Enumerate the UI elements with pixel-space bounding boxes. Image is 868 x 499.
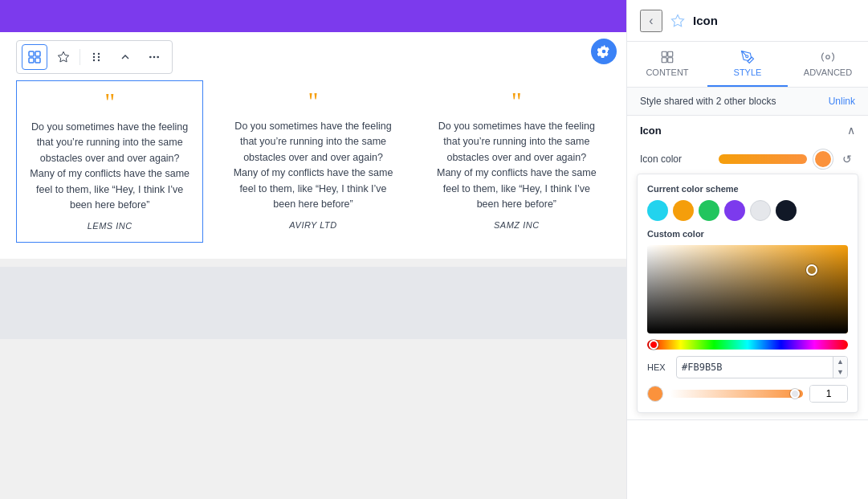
panel-title: Icon (693, 14, 718, 27)
hue-bar[interactable] (647, 340, 848, 350)
icon-color-controls: ↺ (719, 149, 855, 169)
grid-view-button[interactable] (22, 44, 47, 70)
svg-point-13 (157, 56, 159, 59)
hex-label: HEX (647, 362, 670, 372)
icon-section: Icon ∧ Icon color ↺ Current color scheme (627, 116, 868, 420)
svg-rect-18 (668, 58, 673, 63)
panel-header: ‹ Icon (627, 0, 868, 42)
testimonials-grid: " Do you sometimes have the feeling that… (16, 80, 610, 243)
color-picker-popup: Current color scheme Custom color (637, 174, 858, 413)
svg-point-9 (93, 59, 95, 61)
swatch-amber[interactable] (673, 200, 694, 221)
opacity-row (647, 385, 848, 403)
opacity-input[interactable] (810, 386, 847, 402)
tab-style[interactable]: STYLE (707, 42, 788, 87)
canvas-purple-bar (0, 0, 626, 32)
favorite-button[interactable] (51, 44, 76, 70)
swatch-light-gray[interactable] (750, 200, 771, 221)
star-header-icon (670, 14, 685, 28)
hex-increment-button[interactable]: ▲ (833, 357, 847, 367)
more-icon (148, 51, 161, 63)
opacity-input-wrap (809, 385, 848, 403)
gear-icon-button[interactable] (591, 39, 617, 64)
svg-point-8 (98, 56, 100, 58)
hex-row: HEX ▲ ▼ (647, 356, 848, 378)
quote-icon-2: " (230, 88, 395, 114)
tab-content-label: CONTENT (646, 67, 688, 77)
canvas-area: " Do you sometimes have the feeling that… (0, 0, 626, 499)
toolbar (16, 40, 173, 74)
style-icon (740, 50, 755, 64)
svg-rect-15 (662, 51, 666, 56)
collapse-button[interactable] (112, 44, 138, 70)
svg-point-12 (153, 56, 156, 59)
svg-point-19 (746, 55, 748, 58)
testimonial-card-3[interactable]: " Do you sometimes have the feeling that… (423, 80, 610, 243)
swatch-purple[interactable] (724, 200, 745, 221)
swatch-green[interactable] (699, 200, 719, 221)
content-icon (660, 50, 674, 64)
star-icon (57, 51, 70, 63)
hex-decrement-button[interactable]: ▼ (833, 367, 847, 378)
hue-cursor (649, 340, 658, 350)
svg-point-5 (93, 53, 95, 55)
color-scheme-label: Current color scheme (647, 184, 848, 194)
tab-style-label: STYLE (734, 67, 762, 77)
testimonial-card-2[interactable]: " Do you sometimes have the feeling that… (219, 80, 406, 243)
testimonial-card-1[interactable]: " Do you sometimes have the feeling that… (16, 80, 203, 243)
opacity-swatch (647, 386, 663, 402)
gear-icon (597, 45, 610, 58)
advanced-icon (821, 50, 835, 64)
canvas-white-section: " Do you sometimes have the feeling that… (0, 32, 626, 259)
panel-tabs: CONTENT STYLE ADVANCED (627, 42, 868, 88)
grid-icon (28, 51, 41, 63)
reset-color-icon[interactable]: ↺ (839, 151, 855, 167)
custom-color-label: Custom color (647, 229, 848, 239)
right-panel: ‹ Icon CONTENT STYLE ADVANCED (626, 0, 868, 499)
hex-input-wrap: ▲ ▼ (676, 356, 848, 378)
icon-section-title: Icon (640, 125, 662, 137)
testimonial-text-3: Do you sometimes have the feeling that y… (434, 119, 599, 212)
svg-rect-3 (35, 58, 40, 63)
testimonial-text-2: Do you sometimes have the feeling that y… (230, 119, 395, 212)
icon-color-label: Icon color (640, 153, 682, 165)
svg-point-7 (93, 56, 95, 58)
svg-point-6 (98, 53, 100, 55)
svg-rect-1 (35, 51, 40, 56)
style-shared-row: Style shared with 2 other blocks Unlink (627, 88, 868, 116)
tab-advanced[interactable]: ADVANCED (788, 42, 868, 87)
svg-marker-14 (672, 14, 684, 26)
chevron-up-icon (119, 51, 132, 63)
icon-section-header[interactable]: Icon ∧ (627, 116, 868, 145)
testimonial-text-1: Do you sometimes have the feeling that y… (28, 120, 191, 213)
hex-stepper: ▲ ▼ (833, 357, 847, 378)
opacity-bar[interactable] (670, 390, 803, 398)
svg-point-10 (98, 59, 100, 61)
testimonial-company-1: LEMS INC (28, 221, 191, 231)
svg-point-11 (149, 56, 152, 59)
more-options-button[interactable] (141, 44, 167, 70)
tab-content[interactable]: CONTENT (627, 42, 707, 87)
icon-color-swatch[interactable] (813, 149, 833, 169)
canvas-gray-footer (0, 267, 626, 339)
svg-marker-4 (58, 51, 68, 62)
drag-handle-button[interactable] (84, 44, 109, 70)
quote-icon-3: " (434, 88, 599, 114)
testimonial-company-3: SAMZ INC (434, 220, 599, 230)
toolbar-divider (79, 49, 80, 65)
svg-rect-16 (668, 51, 673, 56)
icon-color-gradient-bar[interactable] (719, 154, 807, 164)
svg-point-20 (826, 55, 830, 59)
swatch-cyan[interactable] (647, 200, 668, 221)
quote-icon-1: " (28, 89, 191, 115)
testimonial-company-2: AVIRY LTD (230, 220, 395, 230)
color-swatches-row (647, 200, 848, 221)
hex-input[interactable] (677, 358, 833, 376)
opacity-cursor (790, 389, 800, 399)
chevron-up-section-icon: ∧ (847, 124, 855, 137)
gradient-dark (647, 245, 848, 333)
swatch-black[interactable] (776, 200, 797, 221)
back-button[interactable]: ‹ (640, 10, 662, 32)
color-gradient-canvas[interactable] (647, 245, 848, 333)
unlink-button[interactable]: Unlink (829, 96, 855, 107)
